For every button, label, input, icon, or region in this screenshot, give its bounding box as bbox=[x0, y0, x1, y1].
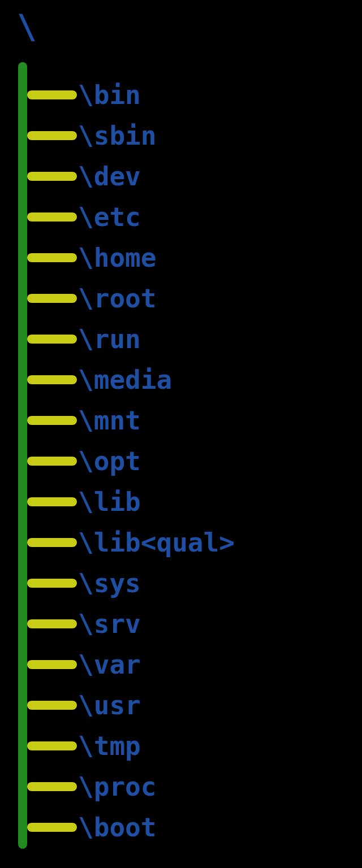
directory-branch: \opt bbox=[27, 448, 235, 475]
directory-branch: \lib bbox=[27, 488, 235, 515]
branch-connector-line bbox=[27, 457, 77, 466]
branch-connector-line bbox=[27, 660, 77, 669]
directory-label: \proc bbox=[78, 774, 156, 800]
directory-branch: \mnt bbox=[27, 407, 235, 434]
directory-label: \run bbox=[78, 326, 141, 352]
directory-label: \dev bbox=[78, 163, 141, 189]
tree-trunk-line bbox=[18, 62, 27, 849]
directory-branch: \srv bbox=[27, 610, 235, 637]
directory-branch: \boot bbox=[27, 814, 235, 841]
branch-connector-line bbox=[27, 579, 77, 588]
directory-label: \bin bbox=[78, 82, 141, 108]
directory-branch: \bin bbox=[27, 81, 235, 108]
branch-connector-line bbox=[27, 823, 77, 832]
branch-connector-line bbox=[27, 619, 77, 628]
directory-branch: \var bbox=[27, 651, 235, 678]
directory-branch: \proc bbox=[27, 773, 235, 800]
directory-branches-container: \bin \sbin \dev \etc \home \root \run \m… bbox=[27, 81, 235, 841]
branch-connector-line bbox=[27, 538, 77, 547]
branch-connector-line bbox=[27, 131, 77, 140]
branch-connector-line bbox=[27, 294, 77, 303]
branch-connector-line bbox=[27, 172, 77, 181]
directory-branch: \run bbox=[27, 326, 235, 353]
branch-connector-line bbox=[27, 497, 77, 506]
root-directory-label: \ bbox=[17, 8, 37, 46]
directory-branch: \sys bbox=[27, 570, 235, 597]
directory-label: \media bbox=[78, 367, 172, 393]
branch-connector-line bbox=[27, 335, 77, 344]
branch-connector-line bbox=[27, 253, 77, 262]
directory-label: \root bbox=[78, 285, 156, 311]
directory-label: \lib bbox=[78, 489, 141, 515]
directory-branch: \dev bbox=[27, 163, 235, 190]
branch-connector-line bbox=[27, 90, 77, 99]
directory-label: \home bbox=[78, 245, 156, 271]
directory-branch: \sbin bbox=[27, 122, 235, 149]
directory-label: \usr bbox=[78, 692, 141, 718]
directory-branch: \root bbox=[27, 285, 235, 312]
branch-connector-line bbox=[27, 375, 77, 384]
directory-label: \sys bbox=[78, 570, 141, 596]
directory-label: \opt bbox=[78, 448, 141, 474]
directory-label: \mnt bbox=[78, 407, 141, 433]
directory-label: \srv bbox=[78, 611, 141, 637]
branch-connector-line bbox=[27, 741, 77, 750]
directory-label: \boot bbox=[78, 814, 156, 840]
branch-connector-line bbox=[27, 416, 77, 425]
directory-branch: \tmp bbox=[27, 732, 235, 760]
directory-branch: \home bbox=[27, 244, 235, 271]
directory-branch: \usr bbox=[27, 692, 235, 719]
branch-connector-line bbox=[27, 212, 77, 222]
branch-connector-line bbox=[27, 782, 77, 791]
directory-label: \lib<qual> bbox=[78, 530, 235, 555]
directory-label: \tmp bbox=[78, 733, 141, 759]
directory-branch: \etc bbox=[27, 203, 235, 231]
branch-connector-line bbox=[27, 701, 77, 710]
directory-branch: \lib<qual> bbox=[27, 529, 235, 556]
directory-label: \var bbox=[78, 652, 141, 678]
directory-branch: \media bbox=[27, 366, 235, 393]
directory-label: \sbin bbox=[78, 123, 156, 149]
directory-label: \etc bbox=[78, 204, 141, 230]
